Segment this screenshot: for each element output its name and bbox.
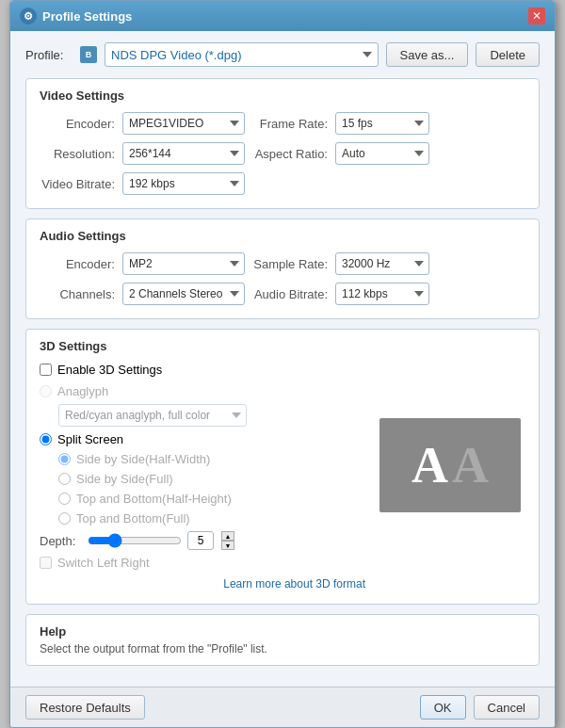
side-by-side-full-label: Side by Side(Full): [76, 472, 173, 486]
audio-encoder-label: Encoder:: [40, 257, 115, 271]
learn-more-row: Learn more about 3D format: [40, 577, 365, 590]
top-bottom-half-row: Top and Bottom(Half-Height): [40, 492, 365, 506]
audio-bitrate-label: Audio Bitrate:: [252, 287, 328, 301]
dialog-title: Profile Settings: [42, 9, 132, 24]
resolution-label: Resolution:: [40, 147, 115, 161]
switch-left-right-row: Switch Left Right: [40, 556, 365, 570]
delete-button[interactable]: Delete: [476, 42, 540, 67]
depth-spinner: ▲ ▼: [221, 531, 234, 550]
audio-encoder-row: Encoder: MP2 Sample Rate: 32000 Hz: [40, 252, 525, 275]
anaglyph-type-select[interactable]: Red/cyan anaglyph, full color: [58, 404, 247, 427]
title-bar-left: ⚙ Profile Settings: [20, 8, 132, 24]
audio-bitrate-select[interactable]: 112 kbps: [335, 283, 429, 305]
profile-select[interactable]: NDS DPG Video (*.dpg): [105, 42, 379, 67]
side-by-side-full-row: Side by Side(Full): [40, 472, 365, 486]
aspect-ratio-select[interactable]: Auto: [335, 142, 429, 165]
ok-button[interactable]: OK: [420, 695, 466, 720]
split-screen-radio[interactable]: [40, 433, 52, 445]
save-as-button[interactable]: Save as...: [386, 42, 469, 67]
help-text: Select the output format from the "Profi…: [40, 642, 525, 655]
top-bottom-full-radio[interactable]: [58, 512, 71, 525]
anaglyph-sub-row: Red/cyan anaglyph, full color: [40, 404, 365, 427]
help-section: Help Select the output format from the "…: [25, 614, 540, 666]
profile-label: Profile:: [25, 48, 73, 62]
frame-rate-select[interactable]: 15 fps: [335, 112, 429, 135]
preview-a-left: A: [412, 436, 448, 494]
side-by-side-half-label: Side by Side(Half-Width): [76, 452, 210, 466]
learn-more-link[interactable]: Learn more about 3D format: [223, 577, 365, 590]
top-bottom-half-radio[interactable]: [58, 493, 71, 505]
close-button[interactable]: ✕: [528, 8, 545, 24]
profile-icon: B: [80, 46, 97, 63]
top-bottom-full-label: Top and Bottom(Full): [76, 511, 190, 526]
threed-settings-title: 3D Settings: [40, 339, 365, 353]
threed-settings-section: 3D Settings Enable 3D Settings Anaglyph …: [25, 329, 540, 605]
frame-rate-label: Frame Rate:: [252, 117, 328, 131]
anaglyph-row: Anaglyph: [40, 384, 365, 398]
app-icon: ⚙: [20, 8, 37, 24]
channels-label: Channels:: [40, 287, 115, 301]
cancel-button[interactable]: Cancel: [474, 695, 540, 720]
sample-rate-label: Sample Rate:: [252, 257, 328, 271]
enable-3d-label[interactable]: Enable 3D Settings: [57, 363, 162, 377]
threed-preview: A A: [375, 339, 525, 590]
preview-box: A A: [379, 418, 521, 512]
audio-encoder-select[interactable]: MP2: [122, 252, 245, 275]
video-encoder-row: Encoder: MPEG1VIDEO Frame Rate: 15 fps: [40, 112, 525, 135]
audio-settings-title: Audio Settings: [40, 229, 525, 243]
preview-aa-display: A A: [412, 436, 489, 494]
side-by-side-full-radio[interactable]: [58, 473, 71, 485]
video-bitrate-label: Video Bitrate:: [40, 177, 115, 191]
anaglyph-label: Anaglyph: [57, 384, 108, 398]
depth-slider[interactable]: [88, 533, 182, 548]
side-by-side-half-radio[interactable]: [58, 453, 71, 465]
video-bitrate-select[interactable]: 192 kbps: [122, 172, 245, 195]
dialog-footer: Restore Defaults OK Cancel: [10, 687, 555, 727]
title-bar: ⚙ Profile Settings ✕: [10, 1, 555, 31]
threed-settings-left: 3D Settings Enable 3D Settings Anaglyph …: [40, 339, 365, 590]
anaglyph-radio[interactable]: [40, 385, 52, 397]
dialog-body: Profile: B NDS DPG Video (*.dpg) Save as…: [10, 31, 555, 687]
resolution-row: Resolution: 256*144 Aspect Ratio: Auto: [40, 142, 525, 165]
profile-settings-dialog: ⚙ Profile Settings ✕ Profile: B NDS DPG …: [9, 0, 556, 728]
channels-row: Channels: 2 Channels Stereo Audio Bitrat…: [40, 283, 525, 305]
sample-rate-select[interactable]: 32000 Hz: [335, 252, 429, 275]
depth-up-button[interactable]: ▲: [221, 531, 234, 541]
top-bottom-half-label: Top and Bottom(Half-Height): [76, 492, 232, 506]
aspect-ratio-label: Aspect Ratio:: [252, 147, 328, 161]
video-encoder-select[interactable]: MPEG1VIDEO: [122, 112, 245, 135]
depth-label: Depth:: [40, 534, 82, 548]
footer-right: OK Cancel: [420, 695, 540, 720]
side-by-side-half-row: Side by Side(Half-Width): [40, 452, 365, 466]
video-bitrate-row: Video Bitrate: 192 kbps: [40, 172, 525, 195]
enable-3d-row: Enable 3D Settings: [40, 363, 365, 377]
split-screen-row: Split Screen: [40, 432, 365, 446]
depth-down-button[interactable]: ▼: [221, 541, 234, 550]
restore-defaults-button[interactable]: Restore Defaults: [25, 695, 145, 720]
video-settings-title: Video Settings: [40, 89, 525, 103]
audio-settings-section: Audio Settings Encoder: MP2 Sample Rate:…: [25, 218, 540, 319]
profile-row: Profile: B NDS DPG Video (*.dpg) Save as…: [25, 42, 540, 67]
resolution-select[interactable]: 256*144: [122, 142, 245, 165]
encoder-label: Encoder:: [40, 117, 115, 131]
split-screen-label: Split Screen: [57, 432, 123, 446]
preview-a-right: A: [452, 436, 489, 494]
help-title: Help: [40, 624, 525, 639]
video-settings-section: Video Settings Encoder: MPEG1VIDEO Frame…: [25, 78, 540, 209]
switch-left-right-label[interactable]: Switch Left Right: [57, 556, 150, 570]
enable-3d-checkbox[interactable]: [40, 364, 52, 376]
switch-left-right-checkbox[interactable]: [40, 557, 52, 569]
depth-row: Depth: ▲ ▼: [40, 531, 365, 550]
top-bottom-full-row: Top and Bottom(Full): [40, 511, 365, 526]
channels-select[interactable]: 2 Channels Stereo: [122, 283, 245, 305]
depth-input[interactable]: [187, 531, 214, 550]
